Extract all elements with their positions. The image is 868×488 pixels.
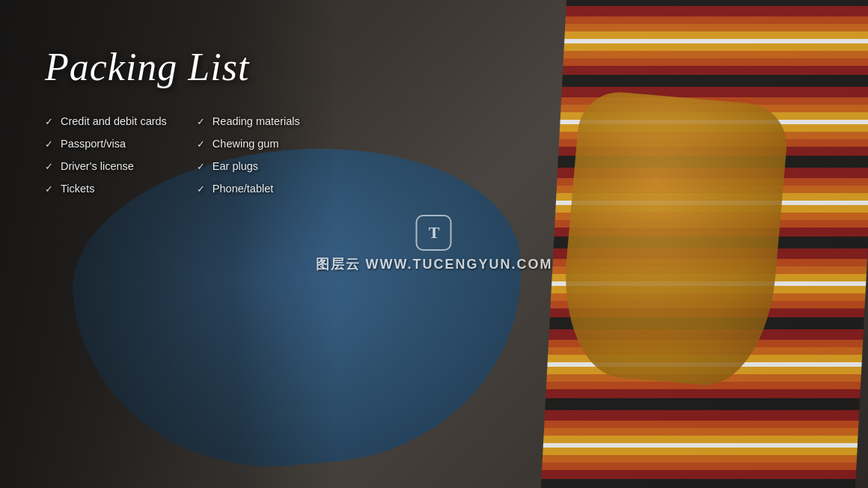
page-title: Packing List (45, 45, 319, 89)
check-icon: ✓ (197, 183, 205, 195)
list-item: ✓ Ear plugs (197, 156, 319, 176)
content-area: Packing List ✓ Credit and debit cards ✓ … (45, 45, 319, 198)
check-icon: ✓ (45, 183, 53, 195)
gold-bag-image (557, 89, 790, 391)
check-icon: ✓ (45, 138, 53, 150)
list-item: ✓ Chewing gum (197, 134, 319, 153)
check-icon: ✓ (197, 161, 205, 172)
check-icon: ✓ (45, 161, 53, 172)
item-label: Ear plugs (213, 160, 258, 172)
check-icon: ✓ (197, 116, 205, 127)
item-label: Tickets (61, 183, 94, 195)
list-item: ✓ Driver's license (45, 156, 167, 176)
check-icon: ✓ (197, 138, 205, 150)
item-label: Driver's license (61, 160, 134, 172)
item-label: Reading materials (213, 115, 300, 127)
item-label: Credit and debit cards (61, 115, 167, 127)
watermark-icon: T (416, 215, 452, 251)
list-item: ✓ Reading materials (197, 112, 319, 131)
item-label: Passport/visa (61, 138, 126, 150)
check-icon: ✓ (45, 116, 53, 127)
list-item: ✓ Passport/visa (45, 134, 167, 153)
item-label: Phone/tablet (213, 183, 273, 195)
list-item: ✓ Phone/tablet (197, 179, 319, 198)
watermark-text: 图层云 WWW.TUCENGYUN.COM (316, 255, 553, 273)
list-item: ✓ Tickets (45, 179, 167, 198)
packing-list: ✓ Credit and debit cards ✓ Reading mater… (45, 112, 319, 198)
watermark: T 图层云 WWW.TUCENGYUN.COM (316, 215, 553, 273)
item-label: Chewing gum (213, 138, 279, 150)
list-item: ✓ Credit and debit cards (45, 112, 167, 131)
